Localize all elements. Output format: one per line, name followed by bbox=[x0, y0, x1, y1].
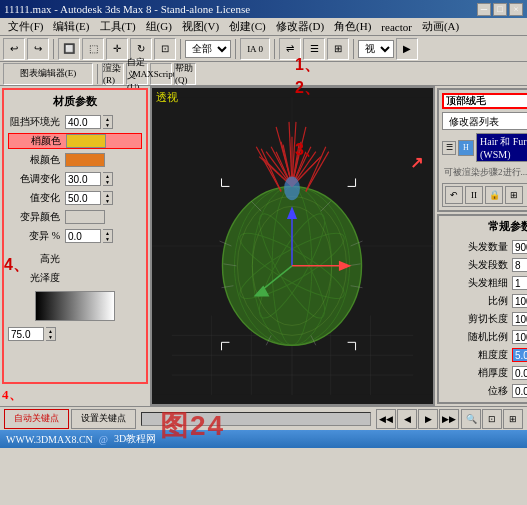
tip-color-swatch[interactable] bbox=[66, 134, 106, 148]
prev-prev-frame-button[interactable]: ◀◀ bbox=[376, 409, 396, 429]
view-btn-1[interactable]: 🔍 bbox=[461, 409, 481, 429]
menu-edit[interactable]: 编辑(E) bbox=[49, 18, 93, 35]
rand-scale-label: 随机比例 bbox=[442, 330, 512, 344]
sep-t2-1 bbox=[97, 64, 98, 84]
tool-btn-2[interactable]: II bbox=[465, 186, 483, 204]
menu-file[interactable]: 文件(F) bbox=[4, 18, 47, 35]
status-bar: WWW.3DMAX8.CN @ 3D教程网 bbox=[0, 430, 527, 448]
cut-length-label: 剪切长度 bbox=[442, 312, 512, 326]
menu-group[interactable]: 组(G) bbox=[142, 18, 176, 35]
help-button[interactable]: 帮助(Q) bbox=[174, 63, 196, 85]
play-button[interactable]: ▶ bbox=[418, 409, 438, 429]
modifier-list-row: 修改器列表 ▼ bbox=[442, 112, 527, 130]
hue-var-input[interactable] bbox=[65, 172, 101, 186]
mut-pct-label: 变异 % bbox=[8, 229, 63, 243]
status-site: 3D教程网 bbox=[114, 432, 156, 446]
maximize-button[interactable]: □ bbox=[493, 3, 507, 16]
root-thick-row: 粗度度 ▲ ▼ bbox=[442, 347, 527, 363]
val-spinner[interactable]: ▲ ▼ bbox=[103, 191, 113, 205]
menu-create[interactable]: 创建(C) bbox=[225, 18, 270, 35]
hue-spinner[interactable]: ▲ ▼ bbox=[103, 172, 113, 186]
normal-params-title: 常规参数 bbox=[442, 219, 527, 234]
ambient-input[interactable] bbox=[65, 115, 101, 129]
root-thick-input[interactable] bbox=[512, 348, 527, 362]
hl-spinner[interactable]: ▲ ▼ bbox=[46, 327, 56, 341]
hue-spin-down[interactable]: ▼ bbox=[103, 179, 112, 185]
tool-btn-1[interactable]: ↶ bbox=[445, 186, 463, 204]
undo-button[interactable]: ↩ bbox=[3, 38, 25, 60]
hair-density-input[interactable] bbox=[512, 276, 527, 290]
view-controls: 🔍 ⊡ ⊞ bbox=[461, 409, 523, 429]
separator-5 bbox=[353, 39, 354, 59]
menu-tools[interactable]: 工具(T) bbox=[96, 18, 140, 35]
svg-point-45 bbox=[284, 176, 300, 200]
mut-spin-down[interactable]: ▼ bbox=[103, 236, 112, 242]
redo-button[interactable]: ↪ bbox=[27, 38, 49, 60]
selection-filter-dropdown[interactable]: 全部 bbox=[185, 40, 231, 58]
tool-btn-3[interactable]: 🔒 bbox=[485, 186, 503, 204]
mutation-color-swatch[interactable] bbox=[65, 210, 105, 224]
annotation-4-container: 4、 bbox=[2, 386, 148, 404]
scale-input[interactable] bbox=[512, 294, 527, 308]
menu-animation[interactable]: 动画(A) bbox=[418, 18, 463, 35]
status-separator: @ bbox=[99, 434, 108, 445]
menu-character[interactable]: 角色(H) bbox=[330, 18, 375, 35]
tool-btn-4[interactable]: ⊞ bbox=[505, 186, 523, 204]
mut-pct-input[interactable] bbox=[65, 229, 101, 243]
separator-1 bbox=[53, 39, 54, 59]
plugin-row: ☰ H Hair 和 Fur (WSM) ▼ bbox=[442, 133, 527, 162]
frame-controls: ◀◀ ◀ ▶ ▶▶ bbox=[376, 409, 459, 429]
prev-frame-button[interactable]: ◀ bbox=[397, 409, 417, 429]
scale-label: 比例 bbox=[442, 294, 512, 308]
val-var-input[interactable] bbox=[65, 191, 101, 205]
mut-spinner[interactable]: ▲ ▼ bbox=[103, 229, 113, 243]
spinner-down[interactable]: ▼ bbox=[103, 122, 112, 128]
render-button[interactable]: 渲染(R) bbox=[102, 63, 124, 85]
plugin-name[interactable]: Hair 和 Fur (WSM) bbox=[476, 133, 527, 162]
root-color-swatch[interactable] bbox=[65, 153, 105, 167]
graph-editor-button[interactable]: 图表编辑器(E) bbox=[3, 63, 93, 85]
hair-seg-row: 头发段数 ▲ ▼ bbox=[442, 257, 527, 273]
rand-scale-input[interactable] bbox=[512, 330, 527, 344]
layers-button[interactable]: ⊞ bbox=[327, 38, 349, 60]
mirror-button[interactable]: ⇌ bbox=[279, 38, 301, 60]
next-frame-button[interactable]: ▶▶ bbox=[439, 409, 459, 429]
viewport[interactable]: 透视 bbox=[150, 86, 435, 406]
annotation-4: 4、 bbox=[2, 387, 22, 402]
separator-3 bbox=[235, 39, 236, 59]
highlight-value-input[interactable] bbox=[8, 327, 44, 341]
menu-modifier[interactable]: 修改器(D) bbox=[272, 18, 328, 35]
mutation-pct-row: 变异 % ▲ ▼ bbox=[8, 228, 142, 244]
menu-view[interactable]: 视图(V) bbox=[178, 18, 223, 35]
tip-thick-input[interactable] bbox=[512, 366, 527, 380]
select-object-button[interactable]: 🔲 bbox=[58, 38, 80, 60]
title-bar: 11111.max - Autodesk 3ds Max 8 - Stand-a… bbox=[0, 0, 527, 18]
select-region-button[interactable]: ⬚ bbox=[82, 38, 104, 60]
minimize-button[interactable]: ─ bbox=[477, 3, 491, 16]
close-button[interactable]: × bbox=[509, 3, 523, 16]
main-content: 材质参数 阻挡环境光 ▲ ▼ 梢颜色 根颜色 bbox=[0, 86, 527, 406]
hair-seg-input[interactable] bbox=[512, 258, 527, 272]
rollout-toggle[interactable]: ☰ bbox=[442, 141, 456, 155]
val-spin-down[interactable]: ▼ bbox=[103, 198, 112, 204]
window-controls: ─ □ × bbox=[477, 3, 523, 16]
move-button[interactable]: ✛ bbox=[106, 38, 128, 60]
viewport-btn[interactable]: ▶ bbox=[396, 38, 418, 60]
view-btn-3[interactable]: ⊞ bbox=[503, 409, 523, 429]
scale-button[interactable]: ⊡ bbox=[154, 38, 176, 60]
hl-spin-down[interactable]: ▼ bbox=[46, 334, 55, 340]
menu-reactor[interactable]: reactor bbox=[377, 20, 416, 34]
displacement-input[interactable] bbox=[512, 384, 527, 398]
auto-key-button[interactable]: 自动关键点 bbox=[4, 409, 69, 429]
maxscript-button[interactable]: MAXScript(M) bbox=[150, 63, 172, 85]
hair-tools-row: ↶ II 🔒 ⊞ bbox=[442, 183, 527, 207]
ambient-spinner[interactable]: ▲ ▼ bbox=[103, 115, 113, 129]
viewport-dropdown[interactable]: 视图 bbox=[358, 40, 394, 58]
modifier-list-dropdown[interactable]: 修改器列表 bbox=[442, 112, 527, 130]
cut-length-input[interactable] bbox=[512, 312, 527, 326]
align-button[interactable]: ☰ bbox=[303, 38, 325, 60]
hair-name-input[interactable] bbox=[442, 93, 527, 109]
hair-count-input[interactable] bbox=[512, 240, 527, 254]
view-btn-2[interactable]: ⊡ bbox=[482, 409, 502, 429]
set-key-button[interactable]: 设置关键点 bbox=[71, 409, 136, 429]
